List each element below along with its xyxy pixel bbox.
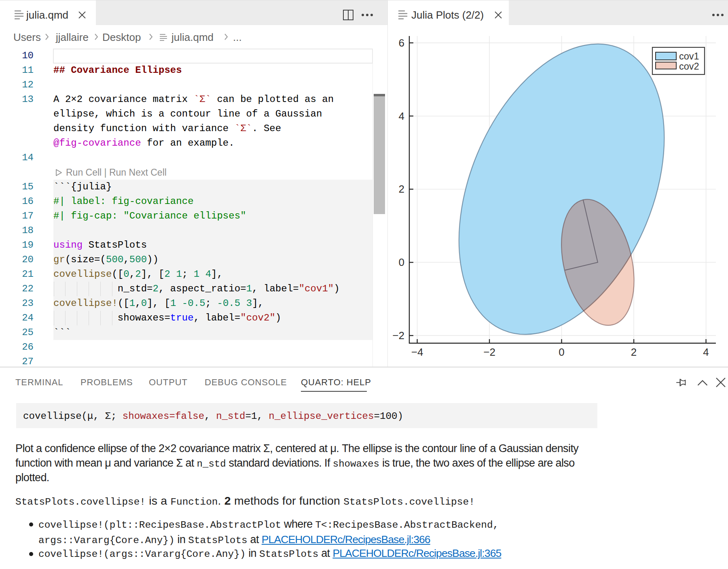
svg-text:4: 4	[399, 110, 404, 122]
svg-text:4: 4	[703, 346, 709, 358]
svg-text:0: 0	[559, 346, 564, 358]
svg-text:cov2: cov2	[679, 61, 699, 72]
svg-text:−2: −2	[392, 329, 404, 342]
svg-text:0: 0	[399, 256, 404, 268]
svg-text:−4: −4	[411, 346, 423, 358]
svg-text:cov1: cov1	[679, 51, 699, 62]
svg-text:−2: −2	[483, 346, 495, 358]
svg-text:2: 2	[399, 183, 404, 195]
svg-text:6: 6	[399, 37, 404, 49]
svg-text:2: 2	[631, 346, 637, 358]
